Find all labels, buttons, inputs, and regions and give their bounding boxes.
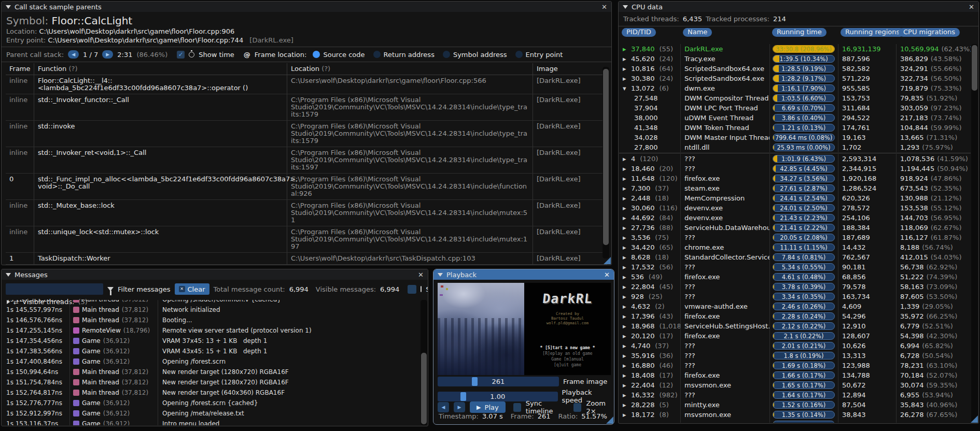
- expand-icon[interactable]: ▶: [623, 314, 628, 319]
- process-row[interactable]: 34,028DWM Master Input Thread799.64 ms (…: [619, 133, 971, 142]
- col-location[interactable]: Location (?): [287, 63, 533, 75]
- table-row[interactable]: inlinestd::_Invoker_functor::_CallC:\Pro…: [6, 94, 607, 121]
- radio-return-address[interactable]: Return address: [373, 51, 435, 59]
- message-row[interactable]: 1s 120,335,272nsMain thread(37,812)Openi…: [2, 300, 420, 305]
- col-name[interactable]: Name: [683, 28, 712, 37]
- process-row[interactable]: ▶22,804(45)???3.78 s (0.39%)79,57858,163…: [619, 282, 971, 292]
- expand-icon[interactable]: ▶: [623, 304, 628, 309]
- process-row[interactable]: ▶17,532(56)???5.34 s (0.55%)90,18156,738…: [619, 262, 971, 272]
- col-running-regions[interactable]: Running regions: [841, 28, 904, 37]
- callstack-scrollbar[interactable]: [603, 67, 609, 258]
- expand-icon[interactable]: ▶: [623, 56, 628, 62]
- expand-icon[interactable]: ▶: [623, 225, 628, 231]
- process-row[interactable]: ▶4(120)???1:01.9 (6.43%)2,593,3141,078,5…: [619, 154, 971, 164]
- process-row[interactable]: ▶536(49)firefox.exe4.61 s (0.48%)68,8565…: [619, 272, 971, 282]
- close-icon[interactable]: ✕: [604, 271, 610, 279]
- process-row[interactable]: ▶3,536(75)???20.05 s (2.08%)187,689116,1…: [619, 233, 971, 242]
- close-icon[interactable]: ✕: [969, 3, 974, 11]
- radio-entry-point[interactable]: Entry point: [515, 51, 563, 59]
- message-row[interactable]: 1s 146,576,766nsMain thread(37,812)Booti…: [2, 315, 420, 325]
- playback-titlebar[interactable]: Playback ✕: [433, 269, 614, 280]
- expand-icon[interactable]: ▶: [623, 343, 628, 349]
- col-frame[interactable]: Frame: [6, 63, 34, 75]
- process-row[interactable]: ▶8,628(18)StandardCollector.Service.e7.8…: [619, 252, 971, 262]
- process-row[interactable]: ▶30,060(116)devenv.exe24.01 s (2.50%)278…: [619, 203, 971, 213]
- process-row[interactable]: ▶10,816(64)ScriptedSandbox64.exe1:28.5 (…: [619, 64, 971, 74]
- process-row[interactable]: ▶18,968(1,018)ServiceHub.SettingsHost.ex…: [619, 321, 971, 331]
- process-row[interactable]: 37,904DWM LPC Port Thread6.69 s (0.70%)3…: [619, 103, 971, 113]
- process-row[interactable]: ▶35,916(36)???1.8 s (0.19%)13,3136,728(5…: [619, 351, 971, 361]
- process-row[interactable]: ▶45,620(24)Tracy.exe1:39.5 (10.34%)887,5…: [619, 54, 971, 64]
- process-row[interactable]: ▼13,072(6)dwm.exe1:16.1 (7.90%)955,58571…: [619, 83, 971, 93]
- process-row[interactable]: ▶20,120(17)firefox.exe2.1 s (0.22%)128,6…: [619, 331, 971, 341]
- expand-icon[interactable]: ▶: [623, 245, 628, 250]
- process-row[interactable]: ▶4,632(2)vmware-authd.exe2.46 s (0.26%)4…: [619, 301, 971, 311]
- message-row[interactable]: 1s 147,255,145nsRemoteView(18,796)Remote…: [2, 325, 420, 336]
- collapse-icon[interactable]: [6, 273, 11, 277]
- process-row[interactable]: ▶18,460(20)???42.85 s (4.45%)2,344,9151,…: [619, 164, 971, 174]
- prev-callstack-button[interactable]: ◀: [68, 50, 79, 59]
- table-row[interactable]: inlinestd::_Invoker_ret<void,1>::_CallC:…: [6, 147, 607, 174]
- process-row[interactable]: ▶2,448(18)MemCompression24.41 s (2.54%)6…: [619, 193, 971, 203]
- col-image[interactable]: Image: [533, 63, 586, 75]
- expand-icon[interactable]: ▶: [623, 265, 628, 270]
- process-row[interactable]: [619, 420, 971, 423]
- expand-icon[interactable]: ▶: [623, 156, 628, 162]
- message-row[interactable]: 1s 145,557,997nsMain thread(37,812)Netwo…: [2, 305, 420, 315]
- message-row[interactable]: 1s 152,764,817nsMain thread(37,812)New r…: [2, 387, 420, 398]
- process-row[interactable]: ▶22,404(12)msvsmon.exe1.65 s (0.17%)50,6…: [619, 380, 971, 390]
- expand-icon[interactable]: ▶: [623, 284, 628, 290]
- messages-scrollbar[interactable]: [421, 300, 427, 425]
- sync-timeline-checkbox[interactable]: [513, 403, 521, 412]
- process-row[interactable]: ▶34,420(65)chrome.exe11.11 s (1.15%)14,4…: [619, 242, 971, 252]
- next-callstack-button[interactable]: ▶: [102, 50, 113, 59]
- expand-icon[interactable]: ▶: [623, 373, 628, 378]
- filter-input[interactable]: [6, 283, 103, 295]
- expand-icon[interactable]: ▶: [623, 393, 628, 398]
- expand-icon[interactable]: ▶: [623, 403, 628, 408]
- message-row[interactable]: 1s 150,994,64nsMain thread(37,812)New re…: [2, 367, 420, 377]
- expand-icon[interactable]: ▶: [623, 294, 628, 299]
- radio-source-code[interactable]: Source code: [313, 51, 365, 59]
- process-row[interactable]: ▶37,840(55)DarkRL.exe33:30.8 (208.96%)16…: [619, 44, 971, 54]
- table-row[interactable]: inlinestd::invokeC:\Program Files (x86)\…: [6, 121, 607, 147]
- process-row[interactable]: ▶928(25)???3.34 s (0.35%)163,73487,605(5…: [619, 292, 971, 301]
- expand-icon[interactable]: ▶: [623, 255, 628, 260]
- prev-frame-button[interactable]: ◀: [438, 402, 449, 412]
- process-row[interactable]: 41,348DWM Token Thread1.21 s (0.13%)174,…: [619, 123, 971, 133]
- show-time-checkbox[interactable]: ✓: [177, 51, 185, 59]
- message-row[interactable]: 1s 147,354,456nsGame(36,912)VRAM 37x45: …: [2, 336, 420, 346]
- expand-icon[interactable]: ▶: [623, 166, 628, 171]
- expand-icon[interactable]: ▶: [623, 353, 628, 358]
- process-row[interactable]: ▶28,228(5)mintty.exe1.52 s (0.16%)87,504…: [619, 400, 971, 410]
- messages-titlebar[interactable]: Messages ✕: [2, 269, 428, 280]
- message-row[interactable]: 1s 147,400,846nsGame(36,912)Opening /for…: [2, 356, 420, 367]
- message-row[interactable]: 1s 147,383,566nsGame(36,912)VRAM 43x45: …: [2, 346, 420, 356]
- frame-image-slider[interactable]: 261: [438, 377, 559, 386]
- table-row[interactable]: inlinestd::_Mutex_base::lockC:\Program F…: [6, 200, 607, 226]
- table-row[interactable]: 2std::thread::_Invoke<std::tuple<<lambda…: [6, 265, 607, 265]
- message-row[interactable]: 1s 151,754,784nsMain thread(37,812)New r…: [2, 377, 420, 387]
- resize-grip[interactable]: [971, 415, 978, 423]
- play-button[interactable]: ▶ Play: [470, 401, 506, 413]
- process-row[interactable]: 27,548DWM Compositor Thread1:03.5 (6.60%…: [619, 93, 971, 103]
- process-row[interactable]: ▶4,740(37)???2.01 s (0.21%)10,6266,994(6…: [619, 341, 971, 351]
- expand-icon[interactable]: ▶: [623, 275, 628, 280]
- cpu-titlebar[interactable]: CPU data ✕: [619, 2, 978, 12]
- close-icon[interactable]: ✕: [418, 271, 424, 279]
- expand-icon[interactable]: ▶: [623, 334, 628, 339]
- process-row[interactable]: ▶16,332(982)???1.64 s (0.17%)12,8946,955…: [619, 390, 971, 400]
- collapse-icon[interactable]: [438, 273, 443, 277]
- process-row[interactable]: 38,000uDWM Event Thread3.86 s (0.40%)294…: [619, 113, 971, 123]
- process-row[interactable]: ▶27,736(88)ServiceHub.DataWarehouse21.41…: [619, 223, 971, 233]
- scrollbar-thumb[interactable]: [603, 69, 609, 245]
- expand-icon[interactable]: ▶: [623, 47, 628, 52]
- clear-button[interactable]: ✕ Clear: [175, 283, 209, 295]
- collapse-icon[interactable]: [623, 5, 628, 9]
- expand-icon[interactable]: ▶: [623, 176, 628, 181]
- process-row[interactable]: ▶16,880(46)???1.69 s (0.18%)123,98878,23…: [619, 361, 971, 370]
- scrollbar-thumb[interactable]: [421, 353, 427, 424]
- message-row[interactable]: 1s 152,912,997nsGame(36,912)Opening /met…: [2, 408, 420, 419]
- scrollbar-thumb[interactable]: [972, 45, 977, 91]
- expand-icon[interactable]: ▶: [623, 66, 628, 71]
